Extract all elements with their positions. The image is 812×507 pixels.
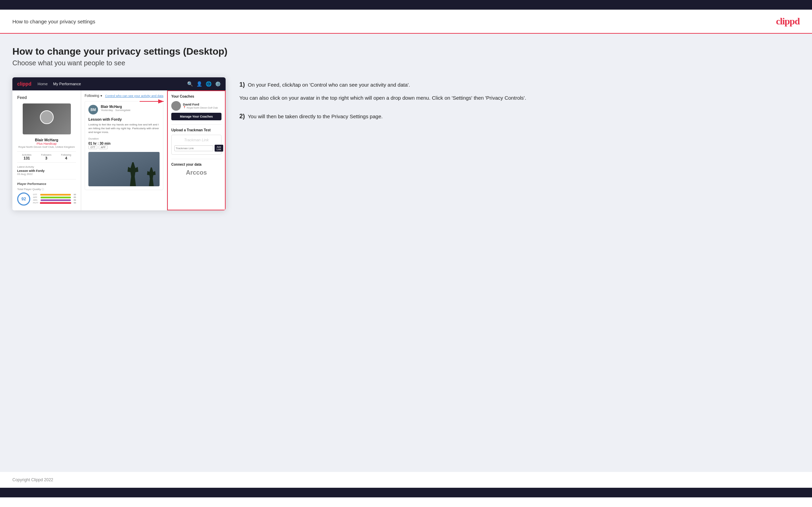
profile-stats: Activities 131 Followers 3 Following 4 xyxy=(17,151,76,163)
instruction-1-extra: You can also click on your avatar in the… xyxy=(239,94,800,102)
instructions: 1) On your Feed, click/tap on 'Control w… xyxy=(239,77,800,134)
following-button[interactable]: Following ▾ xyxy=(85,94,102,98)
trackman-input-area: Trackman Link Add Link xyxy=(171,135,221,155)
add-link-button[interactable]: Add Link xyxy=(215,145,223,152)
post-meta: Blair McHarg Yesterday · Sunningdale xyxy=(101,105,160,112)
post-avatar: BM xyxy=(88,105,98,114)
instruction-1-number: 1) xyxy=(239,81,245,88)
app-nav-icons: 🔍 👤 🌐 ⚙️ xyxy=(187,81,221,87)
profile-pic-area xyxy=(23,103,71,134)
post-title: Lesson with Fordy xyxy=(88,117,160,121)
coaches-title: Your Coaches xyxy=(171,95,221,98)
quality-bars: OTT 90 APP 85 ARG xyxy=(33,194,76,205)
instruction-2-text: 2) You will then be taken directly to th… xyxy=(239,112,800,121)
post-desc: Looking to feel like my hands are exitin… xyxy=(88,123,160,134)
copyright: Copyright Clippd 2022 xyxy=(12,477,53,482)
coach-club: 📍 Royal North Devon Golf Club xyxy=(183,106,218,109)
manage-coaches-button[interactable]: Manage Your Coaches xyxy=(171,113,221,120)
avatar-icon[interactable]: ⚙️ xyxy=(215,81,221,87)
pp-title: Player Performance xyxy=(17,182,76,186)
coaches-section: Your Coaches David Ford 📍 Royal North De… xyxy=(171,95,221,120)
control-link[interactable]: Control who can see your activity and da… xyxy=(105,94,163,98)
location-icon: 📍 xyxy=(183,106,186,109)
player-performance: Player Performance Total Player Quality … xyxy=(17,179,76,206)
stat-followers-label: Followers xyxy=(41,154,52,156)
app-nav-links: Home My Performance xyxy=(37,82,81,86)
connect-section: Connect your data Arccos xyxy=(171,159,221,176)
app-feed: Following ▾ Control who can see your act… xyxy=(81,90,167,210)
coach-name: David Ford xyxy=(183,103,218,106)
coach-item: David Ford 📍 Royal North Devon Golf Club xyxy=(171,101,221,111)
coach-info: David Ford 📍 Royal North Devon Golf Club xyxy=(183,103,218,109)
quality-circle: 92 xyxy=(17,192,30,206)
post-author-name: Blair McHarg xyxy=(101,105,160,109)
app-sidebar: Feed Blair McHarg Plus Handicap Royal No… xyxy=(12,90,81,210)
person-icon[interactable]: 👤 xyxy=(196,81,202,87)
bottom-bar xyxy=(0,488,812,497)
logo: clippd xyxy=(776,16,800,27)
trackman-input[interactable] xyxy=(174,145,213,151)
stat-followers-value: 3 xyxy=(41,156,52,160)
tpq-area: 92 OTT 90 APP 85 xyxy=(17,192,76,206)
tag-ott: OTT xyxy=(88,145,97,149)
post-header: BM Blair McHarg Yesterday · Sunningdale xyxy=(88,105,160,114)
tag-app: APP xyxy=(99,145,108,149)
tpq-label: Total Player Quality ⓘ xyxy=(17,188,76,191)
header-title: How to change your privacy settings xyxy=(12,19,95,24)
stat-following: Following 4 xyxy=(61,154,71,160)
post-card: BM Blair McHarg Yesterday · Sunningdale … xyxy=(85,101,163,190)
page-subtitle: Choose what you want people to see xyxy=(12,59,800,67)
stat-following-value: 4 xyxy=(61,156,71,160)
connect-title: Connect your data xyxy=(171,163,221,166)
post-author-date: Yesterday · Sunningdale xyxy=(101,109,160,112)
app-nav-logo: clippd xyxy=(17,81,31,87)
app-nav: clippd Home My Performance 🔍 👤 🌐 ⚙️ xyxy=(12,77,226,90)
stat-following-label: Following xyxy=(61,154,71,156)
stat-activities-label: Activities xyxy=(22,154,32,156)
stat-followers: Followers 3 xyxy=(41,154,52,160)
profile-name: Blair McHarg xyxy=(17,138,76,142)
feed-label: Feed xyxy=(17,95,76,100)
duration-label: Duration xyxy=(88,137,160,140)
instruction-1-body: On your Feed, click/tap on 'Control who … xyxy=(248,82,410,88)
post-tags: OTT APP xyxy=(88,145,160,149)
trackman-input-row: Add Link xyxy=(174,145,218,152)
post-image xyxy=(88,152,160,186)
profile-club: Royal North Devon Golf Club, United King… xyxy=(17,145,76,148)
trackman-placeholder: Trackman Link xyxy=(174,138,218,142)
chevron-down-icon: ▾ xyxy=(100,94,102,98)
top-bar xyxy=(0,0,812,10)
coach-avatar xyxy=(171,101,181,111)
app-screenshot: clippd Home My Performance 🔍 👤 🌐 ⚙️ Feed xyxy=(12,77,226,210)
content-area: clippd Home My Performance 🔍 👤 🌐 ⚙️ Feed xyxy=(12,77,800,210)
bar-app: APP 85 xyxy=(33,196,76,198)
latest-activity-name: Lesson with Fordy xyxy=(17,169,76,173)
trackman-title: Upload a Trackman Test xyxy=(171,128,221,132)
stat-activities-value: 131 xyxy=(22,156,32,160)
instruction-2-body: You will then be taken directly to the P… xyxy=(248,113,382,119)
app-body: Feed Blair McHarg Plus Handicap Royal No… xyxy=(12,90,226,210)
bar-putt: PUTT 96 xyxy=(33,202,76,204)
following-bar: Following ▾ Control who can see your act… xyxy=(85,94,163,98)
instruction-2: 2) You will then be taken directly to th… xyxy=(239,112,800,121)
footer: Copyright Clippd 2022 xyxy=(0,472,812,488)
nav-link-performance[interactable]: My Performance xyxy=(53,82,81,86)
page-title: How to change your privacy settings (Des… xyxy=(12,46,800,57)
following-label: Following xyxy=(85,94,99,98)
duration-value: 01 hr : 30 min xyxy=(88,142,160,145)
header: How to change your privacy settings clip… xyxy=(0,10,812,34)
latest-activity-date: 03 Aug 2022 xyxy=(17,173,76,176)
latest-activity-label: Latest Activity xyxy=(17,165,76,168)
main-content: How to change your privacy settings (Des… xyxy=(0,34,812,472)
bar-ott: OTT 90 xyxy=(33,194,76,196)
bar-arg: ARG 86 xyxy=(33,199,76,201)
stat-activities: Activities 131 xyxy=(22,154,32,160)
globe-icon[interactable]: 🌐 xyxy=(206,81,212,87)
profile-handicap: Plus Handicap xyxy=(17,142,76,145)
instruction-2-number: 2) xyxy=(239,113,245,120)
instruction-1: 1) On your Feed, click/tap on 'Control w… xyxy=(239,81,800,102)
nav-link-home[interactable]: Home xyxy=(37,82,47,86)
app-right-panel: Your Coaches David Ford 📍 Royal North De… xyxy=(167,90,226,210)
search-icon[interactable]: 🔍 xyxy=(187,81,193,87)
trackman-section: Upload a Trackman Test Trackman Link Add… xyxy=(171,124,221,155)
